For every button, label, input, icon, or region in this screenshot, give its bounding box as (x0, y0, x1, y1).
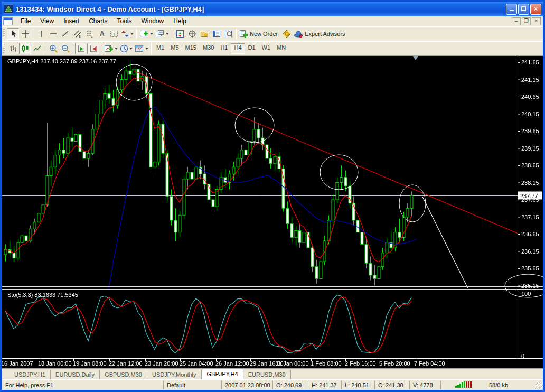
zoom-out-icon (61, 44, 70, 53)
timeframe-h1-button[interactable]: H1 (217, 43, 231, 54)
fibonacci-icon: F (86, 30, 94, 38)
text-label-icon: T (110, 30, 118, 38)
tab-eurusd-m30[interactable]: EURUSD,M30 (243, 370, 291, 379)
zoom-out-button[interactable] (59, 43, 71, 54)
standard-toolbar: E F A T New Order (2, 26, 543, 41)
minimize-button[interactable] (506, 4, 517, 15)
mdi-close-button[interactable]: × (532, 17, 541, 25)
connection-signal-icon (441, 381, 486, 389)
status-close: C: 241.30 (375, 381, 410, 389)
tab-usdjpy-monthly[interactable]: USDJPY,Monthly (147, 370, 202, 379)
strategy-tester-button[interactable] (222, 28, 234, 40)
auto-scroll-icon (77, 44, 86, 53)
timeframe-d1-button[interactable]: D1 (245, 43, 259, 54)
terminal-button[interactable] (210, 28, 222, 40)
bar-chart-button[interactable] (7, 43, 19, 54)
metaquotes-button[interactable] (280, 28, 293, 40)
bar-chart-icon (9, 44, 17, 53)
status-low: L: 240.51 (342, 381, 375, 389)
crosshair-button[interactable] (19, 28, 31, 40)
new-chart-button[interactable] (138, 28, 154, 40)
status-volume: V: 4778 (410, 381, 441, 389)
expert-advisors-label: Expert Advisors (303, 31, 346, 37)
tab-usdjpy-h1[interactable]: USDJPY,H1 (10, 370, 51, 379)
auto-scroll-button[interactable] (75, 43, 87, 54)
profiles-icon (155, 30, 165, 38)
mdi-restore-button[interactable]: ❐ (522, 17, 531, 25)
text-icon: A (98, 30, 106, 38)
cursor-button[interactable] (7, 28, 19, 40)
market-watch-icon (176, 30, 184, 38)
horizontal-line-button[interactable] (47, 28, 59, 40)
application-window: 1313434: Windsor Direct 4 - Demo Account… (0, 0, 545, 392)
svg-text:E: E (79, 35, 81, 38)
toolbar-separator (73, 43, 73, 54)
text-label-button[interactable]: T (108, 28, 120, 40)
toolbar-separator (136, 29, 137, 39)
timeframe-m1-button[interactable]: M1 (153, 43, 167, 54)
timeframe-m30-button[interactable]: M30 (200, 43, 217, 54)
resize-grip[interactable] (535, 382, 543, 390)
vertical-line-icon (37, 30, 45, 38)
data-window-button[interactable] (186, 28, 198, 40)
market-watch-button[interactable] (174, 28, 186, 40)
vertical-line-button[interactable] (35, 28, 47, 40)
new-order-button[interactable]: New Order (238, 28, 280, 40)
status-help-text: For Help, press F1 (2, 381, 164, 389)
timeframe-w1-button[interactable]: W1 (259, 43, 274, 54)
profiles-button[interactable] (154, 28, 170, 40)
candlestick-chart-button[interactable] (19, 43, 31, 54)
line-chart-button[interactable] (31, 43, 43, 54)
timeframe-m5-button[interactable]: M5 (167, 43, 182, 54)
menu-window[interactable]: Window (137, 16, 169, 26)
zoom-in-button[interactable] (47, 43, 59, 54)
expert-advisors-button[interactable]: Expert Advisors (293, 28, 347, 40)
menu-file[interactable]: File (16, 16, 35, 26)
menu-insert[interactable]: Insert (59, 16, 84, 26)
indicators-button[interactable] (103, 43, 119, 54)
toolbar-grip[interactable] (3, 29, 5, 39)
fibonacci-button[interactable]: F (83, 28, 96, 40)
price-chart-canvas[interactable] (2, 56, 543, 368)
equidistant-channel-button[interactable]: E (71, 28, 83, 40)
maximize-button[interactable] (518, 4, 529, 15)
text-button[interactable]: A (96, 28, 108, 40)
zoom-in-icon (49, 44, 58, 53)
close-button[interactable]: × (530, 4, 541, 15)
chart-shift-button[interactable] (87, 43, 99, 54)
strategy-tester-icon (224, 30, 233, 38)
tab-eurusd-daily[interactable]: EURUSD,Daily (51, 370, 100, 379)
timeframe-m15-button[interactable]: M15 (182, 43, 200, 54)
title-bar: 1313434: Windsor Direct 4 - Demo Account… (2, 2, 543, 16)
app-logo-icon (4, 4, 13, 14)
menu-charts[interactable]: Charts (84, 16, 112, 26)
status-open: O: 240.69 (273, 381, 308, 389)
chart-shift-icon (89, 44, 98, 53)
new-order-icon (239, 30, 248, 38)
templates-button[interactable] (134, 43, 149, 54)
metaquotes-coin-icon (283, 30, 291, 38)
periods-button[interactable] (119, 43, 134, 54)
trendline-button[interactable] (59, 28, 71, 40)
menu-tools[interactable]: Tools (112, 16, 137, 26)
toolbar-separator (101, 43, 101, 54)
tab-gbpusd-m30[interactable]: GBPUSD,M30 (100, 370, 147, 379)
periods-clock-icon (120, 44, 128, 53)
menu-help[interactable]: Help (168, 16, 191, 26)
arrows-button[interactable] (120, 28, 135, 40)
navigator-button[interactable] (198, 28, 210, 40)
timeframe-mn-button[interactable]: MN (274, 43, 289, 54)
chart-tab-bar: USDJPY,H1 EURUSD,Daily GBPUSD,M30 USDJPY… (2, 368, 543, 379)
chart-window-icon (3, 17, 13, 25)
toolbar-grip[interactable] (3, 43, 5, 54)
charts-toolbar: M1 M5 M15 M30 H1 H4 D1 W1 MN (2, 41, 543, 56)
status-profile[interactable]: Default (164, 381, 222, 389)
line-chart-icon (33, 44, 42, 53)
timeframe-h4-button[interactable]: H4 (231, 43, 245, 54)
tab-gbpjpy-h4[interactable]: GBPJPY,H4 (202, 369, 243, 379)
status-bar: For Help, press F1 Default 2007.01.23 08… (2, 379, 543, 390)
menu-view[interactable]: View (35, 16, 59, 26)
mdi-minimize-button[interactable]: – (512, 17, 521, 25)
toolbar-separator (45, 43, 45, 54)
svg-text:A: A (100, 30, 105, 38)
